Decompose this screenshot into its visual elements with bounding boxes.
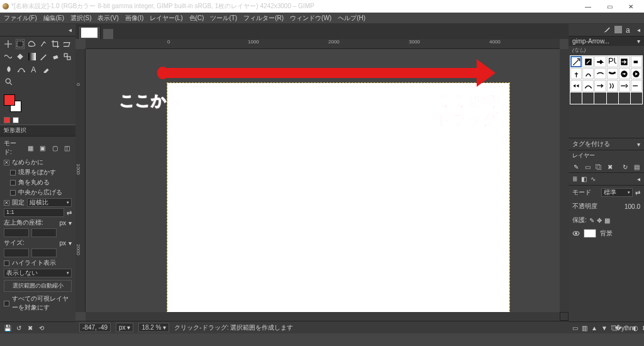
fg-color-swatch[interactable]	[4, 94, 15, 106]
mini-fg[interactable]	[4, 117, 10, 123]
mode-intersect[interactable]: ◫	[62, 143, 72, 153]
ruler-vertical[interactable]: 0 1000 2000	[75, 49, 86, 312]
color-swatches[interactable]	[4, 94, 29, 113]
close-button[interactable]: ✕	[620, 0, 641, 13]
brush-item[interactable]	[594, 68, 606, 79]
brush-item[interactable]	[594, 56, 606, 67]
brush-item[interactable]	[631, 80, 642, 91]
tool-paintbrush[interactable]	[39, 52, 48, 62]
status-unit-dd[interactable]: px ▾	[116, 323, 133, 332]
lower-layer-icon[interactable]: ▼	[601, 324, 608, 332]
brush-item[interactable]	[631, 56, 642, 67]
menu-colors[interactable]: 色(C)	[189, 14, 204, 23]
brush-item[interactable]	[570, 80, 582, 91]
ck-round[interactable]	[10, 180, 16, 186]
tab2-menu-icon[interactable]: ◂	[637, 176, 640, 182]
save-opts-icon[interactable]: 💾	[4, 324, 11, 332]
tool-path[interactable]	[16, 64, 26, 74]
tool-clone[interactable]	[62, 52, 72, 62]
ck-all-layers[interactable]	[4, 301, 9, 306]
tool-eraser[interactable]	[51, 52, 60, 62]
status-zoom-dd[interactable]: 18.2 % ▾	[138, 323, 169, 332]
pos-y[interactable]	[31, 228, 57, 237]
menu-layer[interactable]: レイヤー(L)	[150, 14, 182, 23]
tool-transform[interactable]	[62, 39, 72, 49]
menu-select[interactable]: 選択(S)	[70, 14, 91, 23]
lock-pos-icon[interactable]: ✥	[597, 217, 602, 224]
ruler-horizontal[interactable]: 0 1000 2000 3000 4000	[86, 39, 560, 49]
menu-filters[interactable]: フィルター(R)	[243, 14, 284, 23]
left-dock-tab-menu[interactable]: ◂	[0, 24, 75, 36]
mode-sub[interactable]: ▢	[50, 143, 60, 153]
tool-smudge[interactable]	[4, 64, 14, 74]
visibility-icon[interactable]	[572, 230, 580, 237]
tool-fuzzy-select[interactable]	[39, 39, 48, 49]
mask-layer-icon[interactable]: ◐	[633, 324, 638, 332]
layer-group-icon[interactable]: ▥	[582, 324, 587, 332]
edit-brush-icon[interactable]: ✎	[572, 163, 580, 170]
ck-center[interactable]	[10, 190, 16, 196]
tab-layers-icon[interactable]: ≣	[572, 176, 577, 182]
tool-picker[interactable]	[42, 64, 52, 74]
mode-add[interactable]: ▣	[38, 143, 47, 153]
menu-view[interactable]: 表示(V)	[97, 14, 118, 23]
tool-text[interactable]: A	[29, 64, 39, 74]
tab-channels-icon[interactable]: ◧	[581, 176, 587, 182]
layer-name[interactable]: 背景	[600, 229, 613, 238]
raise-layer-icon[interactable]: ▲	[591, 324, 597, 332]
menu-edit[interactable]: 編集(E)	[43, 14, 64, 23]
ck-smooth[interactable]	[4, 160, 9, 165]
open-brush-icon[interactable]: ▤	[633, 163, 640, 170]
tab-history-icon[interactable]: ◂	[637, 26, 640, 33]
menu-help[interactable]: ヘルプ(H)	[338, 14, 365, 23]
tool-warp[interactable]	[4, 52, 13, 62]
canvas-viewport[interactable]: ここから ここまで ドラッグ	[86, 49, 560, 312]
menu-file[interactable]: ファイル(F)	[4, 14, 37, 23]
pos-unit-dd[interactable]: ▾	[69, 220, 72, 226]
brush-item[interactable]: PUSH	[607, 56, 618, 67]
dd-noshow[interactable]: 表示しない▾	[4, 269, 72, 277]
opacity-value[interactable]: 100.0	[625, 203, 640, 210]
new-brush-icon[interactable]: ▭	[584, 163, 591, 170]
minimize-button[interactable]: —	[577, 0, 599, 13]
lock-pixels-icon[interactable]: ✎	[589, 217, 594, 224]
brush-item[interactable]	[607, 68, 618, 79]
reset-opts-icon[interactable]: ⟲	[38, 324, 45, 332]
image-tab[interactable]	[78, 26, 101, 39]
scrollbar-vertical[interactable]	[560, 49, 569, 312]
tab-paths-icon[interactable]: ∿	[591, 176, 596, 182]
lock-alpha-icon[interactable]: ▦	[604, 217, 610, 224]
tag-row[interactable]: タグを付ける▾	[569, 138, 644, 150]
size-w[interactable]	[4, 248, 29, 257]
brush-item[interactable]	[594, 80, 606, 91]
image-tab-close[interactable]	[103, 29, 113, 39]
tool-crop[interactable]	[51, 39, 60, 49]
brush-item[interactable]	[582, 56, 594, 67]
tool-zoom[interactable]	[4, 77, 14, 87]
brush-item[interactable]	[582, 80, 594, 91]
tool-move[interactable]	[4, 39, 13, 49]
new-layer-icon[interactable]: ▭	[572, 324, 578, 332]
tab-brushes-icon[interactable]	[603, 26, 611, 35]
layer-mode-dd[interactable]: 標準▾	[601, 188, 633, 197]
maximize-button[interactable]: ▭	[599, 0, 620, 13]
reload-opts-icon[interactable]: ↺	[15, 324, 23, 332]
scrollbar-horizontal[interactable]	[86, 312, 560, 321]
btn-autoshrink[interactable]: 選択範囲の自動縮小	[4, 280, 72, 292]
brush-item[interactable]	[607, 80, 618, 91]
brush-item[interactable]	[570, 56, 582, 67]
dd-fixed-mode[interactable]: 縦横比▾	[27, 198, 72, 207]
brush-item[interactable]	[631, 68, 642, 79]
brush-item[interactable]	[619, 56, 630, 67]
brush-menu-dd[interactable]: ▾	[637, 38, 640, 45]
del-brush-icon[interactable]: ✖	[606, 163, 614, 170]
ck-fixed[interactable]	[4, 200, 9, 206]
brush-item[interactable]	[619, 68, 630, 79]
size-h[interactable]	[31, 248, 57, 257]
dup-brush-icon[interactable]: ⿻	[595, 163, 602, 170]
brush-item[interactable]	[582, 68, 594, 79]
tool-rect-select[interactable]	[16, 39, 25, 49]
tool-gradient[interactable]	[27, 52, 36, 62]
layer-row[interactable]: 背景	[569, 227, 644, 240]
brush-item[interactable]	[570, 68, 582, 79]
